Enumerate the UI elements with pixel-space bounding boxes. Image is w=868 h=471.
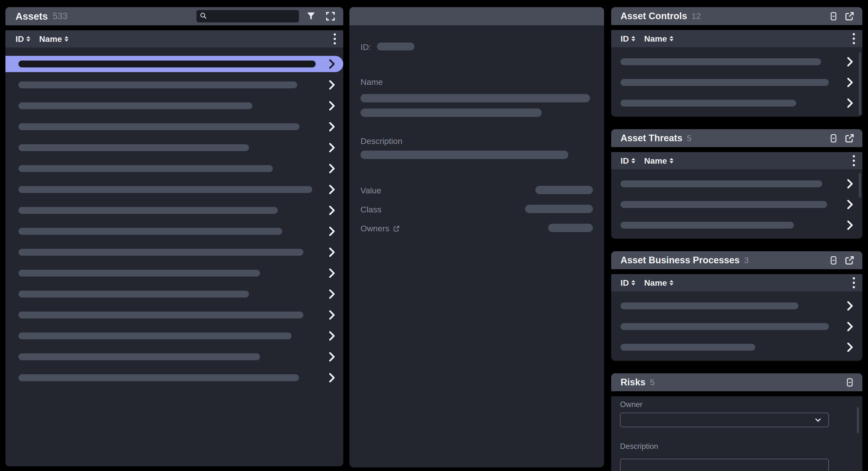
row-text-skeleton	[19, 228, 282, 235]
sort-icon[interactable]	[26, 36, 30, 42]
chevron-right-icon[interactable]	[329, 164, 335, 173]
collapse-card-icon[interactable]	[828, 255, 839, 266]
relation-row[interactable]	[611, 337, 862, 358]
risks-card: Risks 5 Owner Description	[611, 373, 862, 471]
asset-row[interactable]	[5, 325, 343, 346]
relation-row[interactable]	[611, 173, 862, 194]
search-input[interactable]	[210, 12, 306, 21]
column-name[interactable]: Name	[644, 156, 667, 166]
asset-row[interactable]	[5, 263, 343, 283]
relation-row[interactable]	[611, 316, 862, 337]
chevron-right-icon[interactable]	[846, 57, 854, 67]
column-id[interactable]: ID	[621, 278, 629, 288]
asset-row[interactable]	[5, 346, 343, 367]
chevron-right-icon[interactable]	[846, 179, 854, 189]
relation-row[interactable]	[611, 215, 862, 236]
sort-icon[interactable]	[670, 158, 674, 163]
collapse-card-icon[interactable]	[828, 11, 839, 22]
chevron-right-icon[interactable]	[329, 268, 335, 278]
chevron-right-icon[interactable]	[329, 184, 335, 194]
asset-row[interactable]	[5, 95, 343, 116]
row-text-skeleton	[621, 58, 821, 65]
table-options-kebab-icon[interactable]	[853, 33, 855, 44]
chevron-right-icon[interactable]	[329, 373, 335, 383]
row-text-skeleton	[621, 302, 798, 309]
chevron-right-icon[interactable]	[329, 310, 335, 320]
asset-row[interactable]	[5, 242, 343, 263]
chevron-right-icon[interactable]	[846, 98, 854, 108]
chevron-right-icon[interactable]	[846, 220, 854, 230]
card-row-list	[611, 169, 862, 236]
chevron-right-icon[interactable]	[846, 322, 854, 332]
risks-description-input[interactable]	[620, 459, 829, 471]
sort-icon[interactable]	[64, 36, 68, 42]
open-in-new-icon[interactable]	[844, 255, 855, 266]
assets-row-list	[5, 47, 343, 388]
class-skeleton	[525, 205, 593, 213]
relation-row[interactable]	[611, 52, 862, 72]
chevron-right-icon[interactable]	[329, 143, 335, 153]
chevron-right-icon[interactable]	[329, 352, 335, 362]
sort-icon[interactable]	[670, 280, 674, 285]
asset-row[interactable]	[5, 283, 343, 304]
chevron-right-icon[interactable]	[846, 342, 854, 352]
sort-icon[interactable]	[631, 36, 635, 41]
open-in-new-icon[interactable]	[844, 133, 855, 144]
asset-row[interactable]	[5, 137, 343, 158]
scrollbar-thumb[interactable]	[857, 407, 859, 433]
column-name[interactable]: Name	[644, 34, 667, 43]
fullscreen-icon[interactable]	[324, 10, 336, 22]
relations-column: Asset Controls 12 ID Name	[611, 7, 862, 471]
relation-row[interactable]	[611, 194, 862, 215]
chevron-right-icon[interactable]	[846, 77, 854, 87]
asset-row[interactable]	[5, 200, 343, 221]
asset-row[interactable]	[5, 367, 343, 388]
collapse-card-icon[interactable]	[828, 133, 839, 143]
chevron-right-icon[interactable]	[329, 226, 335, 236]
asset-row[interactable]	[5, 116, 343, 137]
assets-search-box[interactable]	[196, 10, 299, 23]
card-header: Asset Controls 12	[611, 7, 862, 25]
sort-icon[interactable]	[631, 158, 635, 163]
chevron-right-icon[interactable]	[329, 289, 335, 299]
asset-row[interactable]	[5, 74, 343, 95]
chevron-right-icon[interactable]	[846, 200, 854, 209]
column-id[interactable]: ID	[621, 34, 629, 43]
sort-icon[interactable]	[670, 36, 674, 41]
asset-row[interactable]	[5, 221, 343, 242]
relation-row[interactable]	[611, 72, 862, 93]
scrollbar-thumb[interactable]	[859, 173, 861, 198]
chevron-right-icon[interactable]	[329, 59, 335, 69]
row-text-skeleton	[621, 79, 829, 86]
relation-row[interactable]	[611, 93, 862, 113]
table-options-kebab-icon[interactable]	[853, 155, 855, 166]
collapse-card-icon[interactable]	[845, 377, 855, 388]
owner-select[interactable]	[620, 413, 829, 427]
chevron-right-icon[interactable]	[329, 80, 335, 90]
chevron-right-icon[interactable]	[329, 205, 335, 215]
chevron-right-icon[interactable]	[846, 301, 854, 311]
table-options-kebab-icon[interactable]	[334, 33, 336, 44]
asset-row-selected[interactable]	[5, 54, 343, 74]
sort-icon[interactable]	[631, 280, 635, 285]
chevron-right-icon[interactable]	[329, 122, 335, 132]
asset-row[interactable]	[5, 304, 343, 325]
column-id[interactable]: ID	[16, 34, 24, 44]
table-options-kebab-icon[interactable]	[853, 277, 855, 289]
card-table-header: ID Name	[611, 30, 862, 47]
open-in-new-icon[interactable]	[844, 11, 855, 22]
chevron-right-icon[interactable]	[329, 247, 335, 257]
asset-row[interactable]	[5, 179, 343, 200]
asset-row[interactable]	[5, 158, 343, 179]
filter-icon[interactable]	[305, 10, 317, 22]
risks-card-header: Risks 5	[611, 373, 862, 391]
row-text-skeleton	[19, 291, 249, 298]
relation-row[interactable]	[611, 296, 862, 316]
column-name[interactable]: Name	[644, 278, 667, 288]
column-name[interactable]: Name	[39, 34, 62, 44]
chevron-right-icon[interactable]	[329, 331, 335, 341]
column-id[interactable]: ID	[621, 156, 629, 166]
open-in-new-icon[interactable]	[393, 225, 400, 232]
scrollbar-thumb[interactable]	[859, 52, 861, 115]
chevron-right-icon[interactable]	[329, 101, 335, 111]
